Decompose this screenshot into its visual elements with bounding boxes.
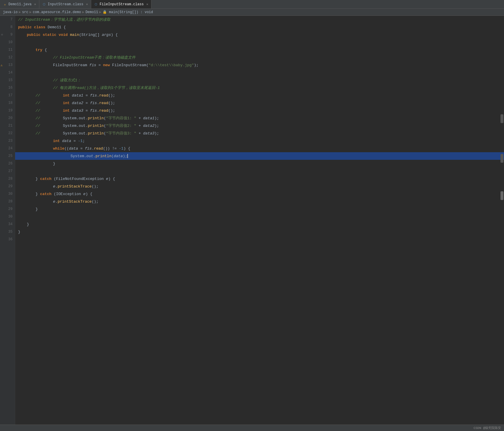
code-content[interactable]: // InputStream：字节输入流，进行字节内容的读取 public cl… <box>15 16 504 429</box>
line-num-26: 26 <box>0 160 15 167</box>
tab-inputstream-label: InputStream.class <box>48 2 83 6</box>
text-cursor <box>127 154 128 158</box>
code-line-8: public class Demo11 { <box>15 23 504 31</box>
tab-demo11-close[interactable]: ✕ <box>34 2 36 6</box>
sys-21: System.out. <box>63 124 88 128</box>
semi-17: (); <box>108 93 115 98</box>
code-line-26: } <box>15 160 504 167</box>
bracket-9: [] <box>95 33 102 37</box>
breadcrumb-item-method[interactable]: 🔒 main(String[]) : void <box>103 10 153 14</box>
comment-15: // 读取方式1： <box>53 78 81 83</box>
paren-28a: (FileNotFoundException <box>54 177 106 181</box>
java-file-icon: ☕ <box>3 2 7 6</box>
tab-inputstream-class[interactable]: ⬡ InputStream.class ✕ <box>39 0 91 8</box>
scrollbar-thumb-2[interactable] <box>501 114 503 123</box>
code-line-7: // InputStream：字节输入流，进行字节内容的读取 <box>15 16 504 23</box>
tab-inputstream-close[interactable]: ✕ <box>86 2 88 6</box>
code-line-19: // int data3 = fis.read(); <box>15 107 504 114</box>
tab-demo11-java[interactable]: ☕ Demo11.java ✕ <box>0 0 39 8</box>
method-read-17: read <box>99 93 108 98</box>
fold-icon-9[interactable]: ⊖ <box>1 33 3 36</box>
eq-17: = <box>83 93 90 98</box>
scrollbar-thumb-3[interactable] <box>501 154 503 163</box>
line-num-28a: 28 <box>0 175 15 183</box>
tab-fileinputstream-class[interactable]: ⬡ FileInputStream.class ✕ <box>91 0 151 8</box>
method-read-18: read <box>99 101 108 105</box>
code-line-34: } <box>15 220 504 228</box>
line-num-29a: 29 <box>0 183 15 190</box>
paren-24: (( <box>64 146 69 151</box>
code-line-21: // System.out.println("字节内容值2: " + data2… <box>15 122 504 129</box>
brace-30a: } <box>36 192 40 196</box>
var-21: data2 <box>143 124 154 128</box>
type-fis-13: FileInputStream <box>53 63 89 67</box>
breadcrumb-sep-2: ▶ <box>29 10 31 14</box>
paren-30a: (IOException <box>54 192 83 196</box>
line-num-15: 15 <box>0 76 15 84</box>
comment-21: // <box>36 124 63 128</box>
kw-new-13: new <box>103 63 112 67</box>
line-num-11: 11 <box>0 46 15 54</box>
code-line-30a: } catch (IOException e) { <box>15 190 504 198</box>
method-println-20: println <box>88 116 104 120</box>
code-line-16: // 每次调用read()方法，读取到1个字节，读取至末尾返回-1 <box>15 84 504 92</box>
fis-call-18: fis <box>90 101 97 105</box>
var-args-9: args <box>102 33 111 37</box>
line-num-34: 34 <box>0 220 15 228</box>
tab-fileinputstream-close[interactable]: ✕ <box>146 2 148 6</box>
line-num-13: ⚠ 13 <box>0 61 15 69</box>
tab-fileinputstream-label: FileInputStream.class <box>100 2 144 6</box>
breadcrumb-item-class[interactable]: Demo11 <box>85 10 98 14</box>
semi-22: ); <box>154 131 159 136</box>
line-num-20: 20 <box>0 114 15 122</box>
var-data2-18: data2 <box>72 101 83 105</box>
line-num-24: 24 <box>0 145 15 152</box>
eq-19: = <box>83 108 90 113</box>
eq-13: = <box>96 63 103 67</box>
kw-int-17: int <box>63 93 72 98</box>
code-line-24: while((data = fis.read()) != -1) { <box>15 145 504 152</box>
new-fis-13: FileInputStream( <box>112 63 149 67</box>
call-25: ( <box>111 154 114 158</box>
num-minus1-23: -1 <box>78 139 83 143</box>
line-num-30b: 30 <box>0 213 15 220</box>
sys-25: System. <box>71 154 87 158</box>
breadcrumb-item-package[interactable]: com.apesource.file.demo <box>33 10 81 14</box>
type-string-9: String <box>81 33 95 37</box>
line-numbers: 7 8 ⊖ 9 10 11 12 ⚠ 13 14 15 16 17 18 19 … <box>0 16 15 429</box>
semi-18: (); <box>108 101 115 105</box>
brace-26: } <box>53 162 55 166</box>
method-stack-28b: printStackTrace <box>58 199 92 204</box>
semi-25: ); <box>123 154 127 158</box>
semi-23: ; <box>82 139 85 143</box>
line-num-22: 22 <box>0 129 15 137</box>
class-file-icon-1: ⬡ <box>42 2 46 6</box>
var-e-28a: e <box>106 177 108 181</box>
line-num-30a: 30 <box>0 190 15 198</box>
kw-catch-30a: catch <box>40 192 54 196</box>
code-line-28b: e.printStackTrace(); <box>15 198 504 205</box>
code-line-12: // FileInputStream子类：读取本地磁盘文件 <box>15 54 504 61</box>
var-fis-13: fis <box>89 63 96 67</box>
brace2-30a: ) { <box>86 192 92 196</box>
fis-call-19: fis <box>90 108 97 113</box>
var-data-25: data <box>114 154 123 158</box>
line-num-36: 36 <box>0 236 15 243</box>
breadcrumb-item-java-io[interactable]: java-io <box>3 10 17 14</box>
str-21: "字节内容值2: " <box>106 123 136 128</box>
line-num-12: 12 <box>0 54 15 61</box>
breadcrumb-item-src[interactable]: src <box>22 10 29 14</box>
dot-25: . <box>93 154 96 158</box>
brace-9: ) { <box>111 33 118 37</box>
kw-public-8: public <box>18 25 34 29</box>
scrollbar-thumb-1[interactable] <box>501 191 503 200</box>
classname-8: Demo11 { <box>47 25 66 29</box>
dot-19: . <box>97 108 99 113</box>
line-num-27: 27 <box>0 167 15 175</box>
plus-20: + <box>136 116 143 120</box>
kw-try-11: try <box>36 48 45 52</box>
scrollbar-right[interactable] <box>500 74 504 163</box>
brace-29b: } <box>36 207 38 211</box>
kw-void-9: void <box>59 33 70 37</box>
line-num-19: 19 <box>0 107 15 114</box>
